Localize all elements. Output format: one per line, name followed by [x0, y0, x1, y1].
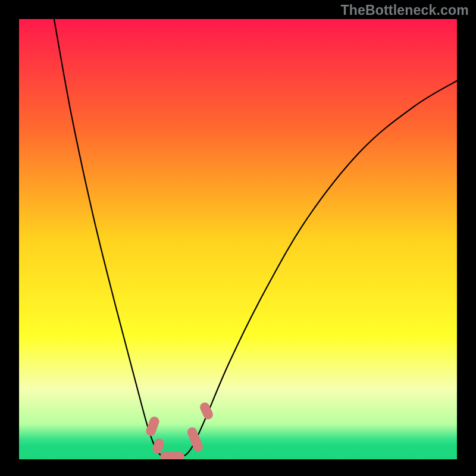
bottleneck-chart [19, 19, 457, 459]
chart-frame: TheBottleneck.com [0, 0, 476, 476]
chart-background [19, 19, 457, 459]
marker-2 [160, 452, 184, 459]
watermark-label: TheBottleneck.com [340, 2, 469, 18]
plot-area [19, 19, 457, 459]
